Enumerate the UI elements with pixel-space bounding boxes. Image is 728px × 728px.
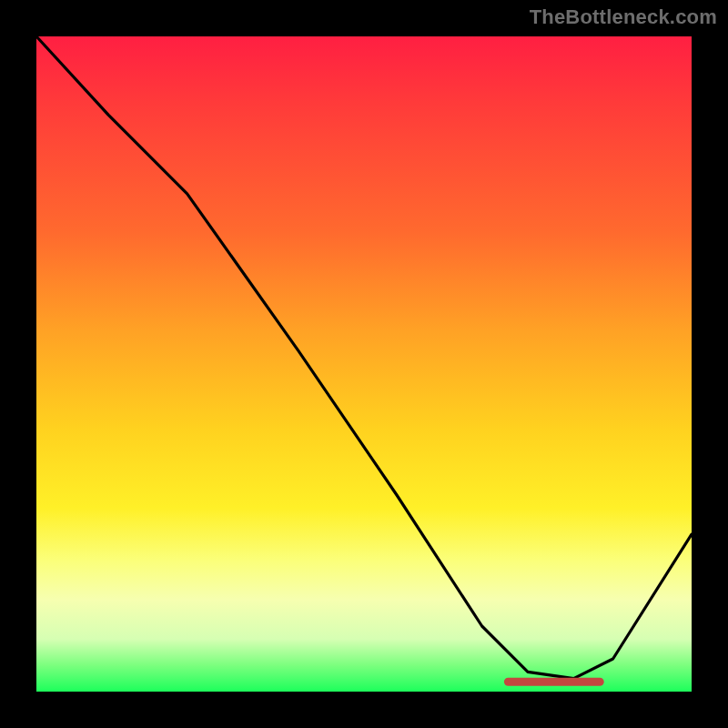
chart-stage: TheBottleneck.com <box>0 0 728 728</box>
plot-area <box>36 36 692 692</box>
plot-svg <box>36 36 692 692</box>
watermark-text: TheBottleneck.com <box>530 5 717 29</box>
bottleneck-curve <box>36 36 692 679</box>
